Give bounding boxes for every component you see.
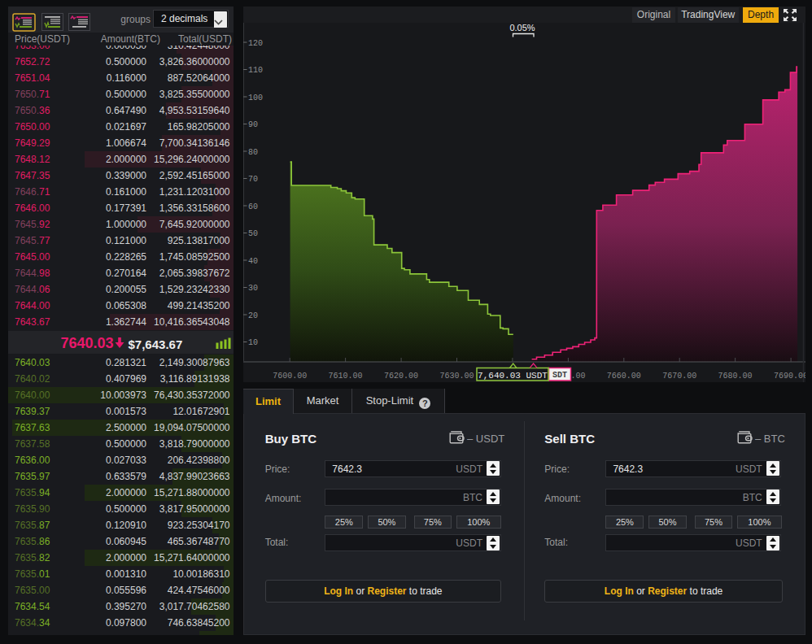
svg-text:100: 100 [248,94,263,102]
svg-text:7670.00: 7670.00 [662,372,696,381]
svg-text:60: 60 [248,202,258,211]
svg-text:0.05%: 0.05% [509,23,535,33]
svg-text:7690.00: 7690.00 [774,372,805,381]
svg-text:80: 80 [248,148,258,157]
svg-text:20: 20 [248,311,258,320]
svg-text:7630.00: 7630.00 [439,372,474,381]
svg-text:120: 120 [248,39,263,48]
svg-text:7680.00: 7680.00 [718,372,753,381]
svg-text:40: 40 [248,257,258,266]
svg-text:70: 70 [248,175,258,184]
svg-text:50: 50 [248,229,258,238]
svg-text:90: 90 [248,120,258,129]
svg-text:30: 30 [248,284,258,293]
svg-text:7660.00: 7660.00 [607,372,641,381]
svg-text:10: 10 [248,338,258,347]
svg-text:7600.00: 7600.00 [273,372,307,381]
svg-text:110: 110 [248,66,263,75]
svg-text:7620.00: 7620.00 [384,372,418,381]
svg-text:7610.00: 7610.00 [329,372,363,381]
svg-text:7,640.03 USDT: 7,640.03 USDT [478,371,548,381]
svg-text:SDT: SDT [552,371,567,380]
